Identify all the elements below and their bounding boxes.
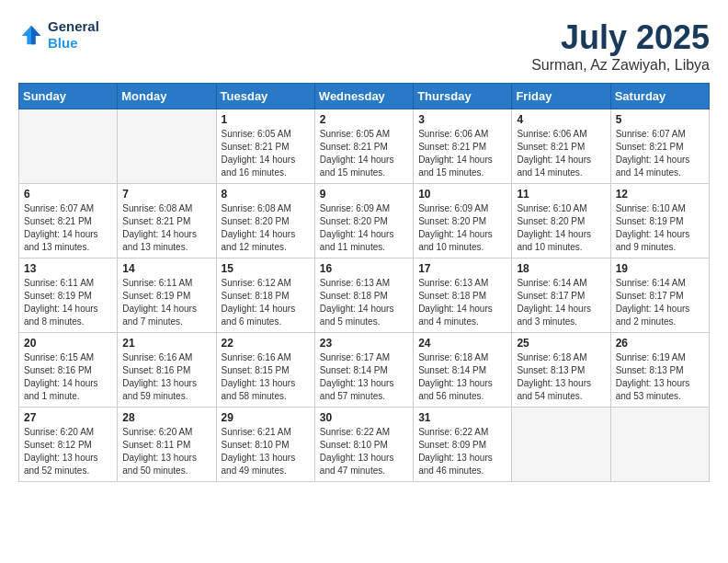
title-block: July 2025 Surman, Az Zawiyah, Libya <box>531 18 710 74</box>
weekday-tuesday: Tuesday <box>216 84 314 109</box>
day-info: Sunrise: 6:16 AM Sunset: 8:16 PM Dayligh… <box>122 351 210 403</box>
calendar-cell: 6Sunrise: 6:07 AM Sunset: 8:21 PM Daylig… <box>19 184 118 259</box>
day-number: 19 <box>616 262 704 275</box>
day-info: Sunrise: 6:10 AM Sunset: 8:20 PM Dayligh… <box>517 202 605 254</box>
day-info: Sunrise: 6:08 AM Sunset: 8:20 PM Dayligh… <box>222 202 310 254</box>
calendar-cell: 3Sunrise: 6:06 AM Sunset: 8:21 PM Daylig… <box>414 109 512 184</box>
calendar-cell: 30Sunrise: 6:22 AM Sunset: 8:10 PM Dayli… <box>314 408 413 482</box>
calendar-cell <box>610 408 709 482</box>
weekday-saturday: Saturday <box>610 84 709 109</box>
day-info: Sunrise: 6:16 AM Sunset: 8:15 PM Dayligh… <box>222 351 310 403</box>
calendar-cell: 9Sunrise: 6:09 AM Sunset: 8:20 PM Daylig… <box>314 184 413 259</box>
calendar-cell: 13Sunrise: 6:11 AM Sunset: 8:19 PM Dayli… <box>19 259 118 333</box>
calendar-cell: 11Sunrise: 6:10 AM Sunset: 8:20 PM Dayli… <box>512 184 610 259</box>
calendar-cell: 21Sunrise: 6:16 AM Sunset: 8:16 PM Dayli… <box>118 333 216 408</box>
day-info: Sunrise: 6:08 AM Sunset: 8:21 PM Dayligh… <box>122 202 210 254</box>
calendar-cell: 29Sunrise: 6:21 AM Sunset: 8:10 PM Dayli… <box>216 408 314 482</box>
day-number: 23 <box>320 337 408 350</box>
day-info: Sunrise: 6:06 AM Sunset: 8:21 PM Dayligh… <box>418 128 506 179</box>
calendar-cell: 14Sunrise: 6:11 AM Sunset: 8:19 PM Dayli… <box>118 259 216 333</box>
day-info: Sunrise: 6:10 AM Sunset: 8:19 PM Dayligh… <box>616 202 704 254</box>
calendar-cell: 24Sunrise: 6:18 AM Sunset: 8:14 PM Dayli… <box>414 333 512 408</box>
day-info: Sunrise: 6:09 AM Sunset: 8:20 PM Dayligh… <box>320 202 408 254</box>
day-info: Sunrise: 6:20 AM Sunset: 8:12 PM Dayligh… <box>24 426 112 477</box>
week-row-5: 27Sunrise: 6:20 AM Sunset: 8:12 PM Dayli… <box>19 408 710 482</box>
week-row-3: 13Sunrise: 6:11 AM Sunset: 8:19 PM Dayli… <box>19 259 710 333</box>
day-number: 5 <box>616 113 704 126</box>
location: Surman, Az Zawiyah, Libya <box>531 57 710 74</box>
weekday-wednesday: Wednesday <box>314 84 413 109</box>
weekday-header-row: SundayMondayTuesdayWednesdayThursdayFrid… <box>19 84 710 109</box>
day-number: 6 <box>24 188 112 201</box>
day-number: 10 <box>418 188 506 201</box>
day-info: Sunrise: 6:13 AM Sunset: 8:18 PM Dayligh… <box>320 277 408 328</box>
calendar-cell <box>118 109 216 184</box>
day-info: Sunrise: 6:12 AM Sunset: 8:18 PM Dayligh… <box>222 277 310 328</box>
page-header: General Blue July 2025 Surman, Az Zawiya… <box>18 18 710 74</box>
day-number: 3 <box>418 113 506 126</box>
day-number: 22 <box>222 337 310 350</box>
day-number: 15 <box>222 262 310 275</box>
calendar-cell: 23Sunrise: 6:17 AM Sunset: 8:14 PM Dayli… <box>314 333 413 408</box>
day-number: 20 <box>24 337 112 350</box>
day-number: 26 <box>616 337 704 350</box>
logo-icon <box>18 22 44 48</box>
day-number: 25 <box>517 337 605 350</box>
day-number: 17 <box>418 262 506 275</box>
weekday-friday: Friday <box>512 84 610 109</box>
day-info: Sunrise: 6:05 AM Sunset: 8:21 PM Dayligh… <box>222 128 310 179</box>
day-info: Sunrise: 6:06 AM Sunset: 8:21 PM Dayligh… <box>517 128 605 179</box>
calendar-cell: 17Sunrise: 6:13 AM Sunset: 8:18 PM Dayli… <box>414 259 512 333</box>
day-info: Sunrise: 6:22 AM Sunset: 8:09 PM Dayligh… <box>418 426 506 477</box>
calendar-cell: 1Sunrise: 6:05 AM Sunset: 8:21 PM Daylig… <box>216 109 314 184</box>
calendar-cell: 19Sunrise: 6:14 AM Sunset: 8:17 PM Dayli… <box>610 259 709 333</box>
weekday-monday: Monday <box>118 84 216 109</box>
day-info: Sunrise: 6:17 AM Sunset: 8:14 PM Dayligh… <box>320 351 408 403</box>
calendar-cell: 26Sunrise: 6:19 AM Sunset: 8:13 PM Dayli… <box>610 333 709 408</box>
day-number: 4 <box>517 113 605 126</box>
day-number: 1 <box>222 113 310 126</box>
calendar-cell: 27Sunrise: 6:20 AM Sunset: 8:12 PM Dayli… <box>19 408 118 482</box>
day-info: Sunrise: 6:05 AM Sunset: 8:21 PM Dayligh… <box>320 128 408 179</box>
day-number: 18 <box>517 262 605 275</box>
weekday-sunday: Sunday <box>19 84 118 109</box>
calendar-cell: 22Sunrise: 6:16 AM Sunset: 8:15 PM Dayli… <box>216 333 314 408</box>
day-number: 14 <box>122 262 210 275</box>
calendar-cell: 7Sunrise: 6:08 AM Sunset: 8:21 PM Daylig… <box>118 184 216 259</box>
calendar-cell <box>512 408 610 482</box>
calendar-cell: 10Sunrise: 6:09 AM Sunset: 8:20 PM Dayli… <box>414 184 512 259</box>
day-info: Sunrise: 6:18 AM Sunset: 8:13 PM Dayligh… <box>517 351 605 403</box>
calendar-cell: 2Sunrise: 6:05 AM Sunset: 8:21 PM Daylig… <box>314 109 413 184</box>
calendar-cell: 5Sunrise: 6:07 AM Sunset: 8:21 PM Daylig… <box>610 109 709 184</box>
day-number: 11 <box>517 188 605 201</box>
day-number: 13 <box>24 262 112 275</box>
day-number: 12 <box>616 188 704 201</box>
day-info: Sunrise: 6:11 AM Sunset: 8:19 PM Dayligh… <box>122 277 210 328</box>
day-info: Sunrise: 6:22 AM Sunset: 8:10 PM Dayligh… <box>320 426 408 477</box>
day-info: Sunrise: 6:14 AM Sunset: 8:17 PM Dayligh… <box>517 277 605 328</box>
calendar-cell: 12Sunrise: 6:10 AM Sunset: 8:19 PM Dayli… <box>610 184 709 259</box>
day-info: Sunrise: 6:20 AM Sunset: 8:11 PM Dayligh… <box>122 426 210 477</box>
calendar-cell: 31Sunrise: 6:22 AM Sunset: 8:09 PM Dayli… <box>414 408 512 482</box>
calendar: SundayMondayTuesdayWednesdayThursdayFrid… <box>18 83 710 482</box>
day-info: Sunrise: 6:19 AM Sunset: 8:13 PM Dayligh… <box>616 351 704 403</box>
calendar-cell: 25Sunrise: 6:18 AM Sunset: 8:13 PM Dayli… <box>512 333 610 408</box>
day-number: 7 <box>122 188 210 201</box>
day-number: 29 <box>222 411 310 424</box>
day-info: Sunrise: 6:18 AM Sunset: 8:14 PM Dayligh… <box>418 351 506 403</box>
calendar-cell: 8Sunrise: 6:08 AM Sunset: 8:20 PM Daylig… <box>216 184 314 259</box>
day-number: 30 <box>320 411 408 424</box>
week-row-4: 20Sunrise: 6:15 AM Sunset: 8:16 PM Dayli… <box>19 333 710 408</box>
day-info: Sunrise: 6:07 AM Sunset: 8:21 PM Dayligh… <box>24 202 112 254</box>
logo: General Blue <box>18 18 99 52</box>
day-info: Sunrise: 6:07 AM Sunset: 8:21 PM Dayligh… <box>616 128 704 179</box>
day-number: 8 <box>222 188 310 201</box>
weekday-thursday: Thursday <box>414 84 512 109</box>
day-number: 31 <box>418 411 506 424</box>
week-row-2: 6Sunrise: 6:07 AM Sunset: 8:21 PM Daylig… <box>19 184 710 259</box>
day-number: 24 <box>418 337 506 350</box>
day-info: Sunrise: 6:21 AM Sunset: 8:10 PM Dayligh… <box>222 426 310 477</box>
calendar-cell: 18Sunrise: 6:14 AM Sunset: 8:17 PM Dayli… <box>512 259 610 333</box>
calendar-cell: 20Sunrise: 6:15 AM Sunset: 8:16 PM Dayli… <box>19 333 118 408</box>
day-number: 28 <box>122 411 210 424</box>
